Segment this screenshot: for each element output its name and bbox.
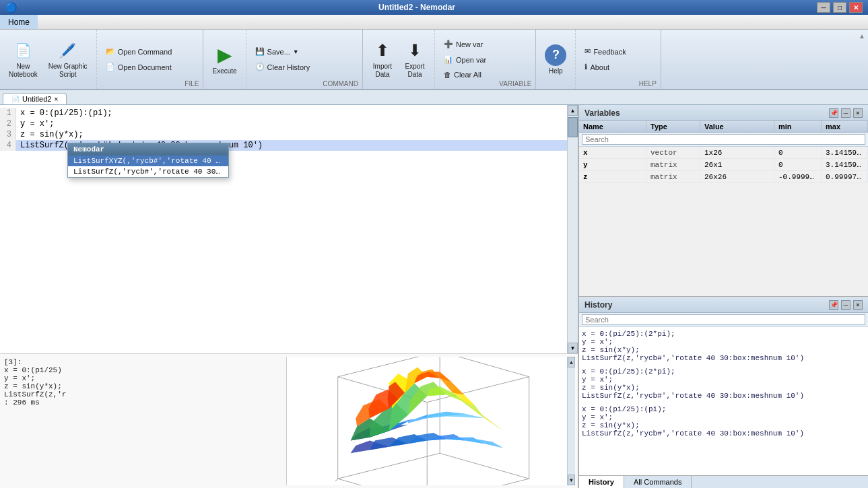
feedback-btn[interactable]: ✉ Feedback (580, 45, 630, 58)
svg-line-0 (337, 479, 427, 485)
output-scroll-down[interactable]: ▼ (568, 475, 575, 485)
variables-search-bar (579, 133, 868, 147)
close-btn[interactable]: ✕ (849, 2, 863, 13)
help-icon: ? (545, 44, 566, 66)
open-document-icon: 📄 (106, 63, 115, 71)
new-notebook-label: NewNotebook (9, 63, 38, 79)
help-btn[interactable]: ? Help (540, 41, 571, 78)
import-data-btn[interactable]: ⬆ ImportData (367, 36, 398, 82)
line-content-1: x = 0:(pi/25):(pi); (16, 108, 112, 118)
about-icon: ℹ (585, 63, 587, 71)
output-line-1: x = 0:(pi/25) (4, 366, 285, 374)
var-row-y[interactable]: y matrix 26x1 0 3.1415926535897 (579, 159, 868, 171)
scroll-up-btn[interactable]: ▲ (568, 105, 578, 116)
maximize-btn[interactable]: □ (833, 2, 846, 13)
title-bar-icon: 🔵 (5, 2, 17, 13)
clear-history-btn[interactable]: 🕐 Clear History (251, 61, 315, 73)
output-line-3: z = sin(y*x); (4, 382, 285, 390)
scroll-thumb[interactable] (568, 117, 578, 137)
tab-close-btn[interactable]: × (54, 96, 58, 103)
col-value: Value (700, 121, 774, 132)
output-line-0: [3]: (4, 358, 285, 366)
variables-close-btn[interactable]: × (853, 108, 863, 118)
history-body: x = 0:(pi/25):(2*pi); y = x'; z = sin(x*… (579, 327, 868, 475)
var-row-x[interactable]: x vector 1x26 0 3.1415926535897 (579, 147, 868, 159)
new-notebook-btn[interactable]: 📄 NewNotebook (4, 36, 42, 82)
history-panel-header: History 📌 ─ × (579, 297, 868, 313)
var-y-value: 26x1 (700, 160, 774, 170)
new-var-btn[interactable]: ➕ New var (439, 38, 491, 50)
history-minimize-btn[interactable]: ─ (841, 300, 850, 310)
history-line: z = sin(x*y); (582, 346, 865, 354)
history-pin-btn[interactable]: 📌 (829, 300, 838, 310)
variables-search-input[interactable] (582, 134, 865, 145)
export-data-btn[interactable]: ⬇ ExportData (399, 36, 430, 82)
save-icon: 💾 (255, 47, 265, 56)
output-text: [3]: x = 0:(pi/25) y = x'; z = sin(y*x);… (3, 357, 286, 485)
ribbon-collapse-icon[interactable]: ▲ (859, 32, 865, 40)
autocomplete-popup: Nemodar ListSurfXYZ(,'rycb#','rotate 40 … (67, 143, 229, 178)
open-document-btn[interactable]: 📄 Open Document (101, 61, 177, 73)
var-z-name: z (579, 172, 646, 182)
new-var-icon: ➕ (444, 40, 453, 48)
svg-line-3 (337, 453, 439, 479)
command-group-label: COMMAND (323, 80, 358, 88)
history-line: ListSurfZ(z,'rycb#','rotate 40 30:box:me… (582, 354, 865, 362)
history-tab-history[interactable]: History (579, 476, 624, 488)
history-tab-all-commands[interactable]: All Commands (624, 476, 692, 488)
history-line: x = 0:(pi/25):(2*pi); (582, 330, 865, 338)
code-line-1: 1 x = 0:(pi/25):(pi); (0, 108, 567, 118)
menu-bar: Home (0, 15, 868, 30)
history-line: x = 0:(pi/25):(2*pi); (582, 368, 865, 376)
output-scroll-up[interactable]: ▲ (568, 357, 575, 368)
line-num-2: 2 (0, 118, 16, 129)
execute-btn[interactable]: ▶ Execute (207, 41, 241, 78)
new-graphic-script-btn[interactable]: 🖊️ New GraphicScript (44, 36, 92, 82)
var-z-max: 0.9999722415045 (822, 172, 868, 182)
main-content: 1 x = 0:(pi/25):(pi); 2 y = x'; 3 z = si… (0, 105, 868, 488)
feedback-label: Feedback (593, 48, 626, 56)
about-btn[interactable]: ℹ About (580, 61, 630, 73)
history-search-input[interactable] (582, 314, 865, 325)
title-bar-controls: ─ □ ✕ (817, 2, 863, 13)
history-line: x = 0:(pi/25):(pi); (582, 405, 865, 413)
tab-label: Untitled2 (22, 95, 51, 103)
clear-all-icon: 🗑 (444, 71, 451, 79)
editor-wrapper: 1 x = 0:(pi/25):(pi); 2 y = x'; 3 z = si… (0, 105, 578, 353)
scroll-down-btn[interactable]: ▼ (568, 343, 578, 353)
save-btn[interactable]: 💾 Save... ▼ (251, 45, 315, 58)
svg-line-2 (440, 453, 529, 479)
line-num-3: 3 (0, 129, 16, 140)
export-data-label: ExportData (405, 63, 425, 79)
svg-marker-36 (465, 439, 504, 448)
new-notebook-icon: 📄 (12, 40, 34, 61)
autocomplete-item-0[interactable]: ListSurfXYZ(,'rycb#','rotate 40 30:box) (68, 155, 228, 166)
autocomplete-item-1[interactable]: ListSurfZ(,'rycb#','rotate 40 30:box:mes… (68, 166, 228, 177)
variable-group-label: VARIABLE (499, 80, 531, 88)
output-scrollbar[interactable]: ▲ ▼ (567, 357, 575, 485)
import-data-label: ImportData (373, 63, 392, 79)
menu-item-home[interactable]: Home (0, 15, 38, 29)
code-editor[interactable]: 1 x = 0:(pi/25):(pi); 2 y = x'; 3 z = si… (0, 105, 567, 353)
clear-history-label: Clear History (267, 63, 310, 71)
history-block-1: x = 0:(pi/25):(2*pi); y = x'; z = sin(y*… (582, 368, 865, 400)
variables-minimize-btn[interactable]: ─ (841, 108, 850, 118)
execute-icon: ▶ (214, 44, 236, 66)
new-graphic-script-label: New GraphicScript (48, 63, 88, 79)
open-command-btn[interactable]: 📂 Open Command (101, 45, 177, 58)
open-command-icon: 📂 (106, 47, 115, 56)
clear-all-btn[interactable]: 🗑 Clear All (439, 69, 491, 81)
line-content-3: z = sin(y*x); (16, 129, 84, 140)
editor-scrollbar[interactable]: ▲ ▼ (567, 105, 578, 353)
svg-line-1 (427, 479, 529, 485)
line-num-1: 1 (0, 108, 16, 118)
var-row-z[interactable]: z matrix 26x26 -0.999957406020 0.9999722… (579, 171, 868, 183)
var-y-name: y (579, 160, 646, 170)
history-line: y = x'; (582, 376, 865, 384)
minimize-btn[interactable]: ─ (817, 2, 830, 13)
3d-plot-svg (287, 357, 568, 485)
variables-pin-btn[interactable]: 📌 (829, 108, 838, 118)
history-close-btn[interactable]: × (853, 300, 863, 310)
tab-untitled2[interactable]: 📄 Untitled2 × (3, 93, 67, 104)
open-var-btn[interactable]: 📊 Open var (439, 53, 491, 66)
